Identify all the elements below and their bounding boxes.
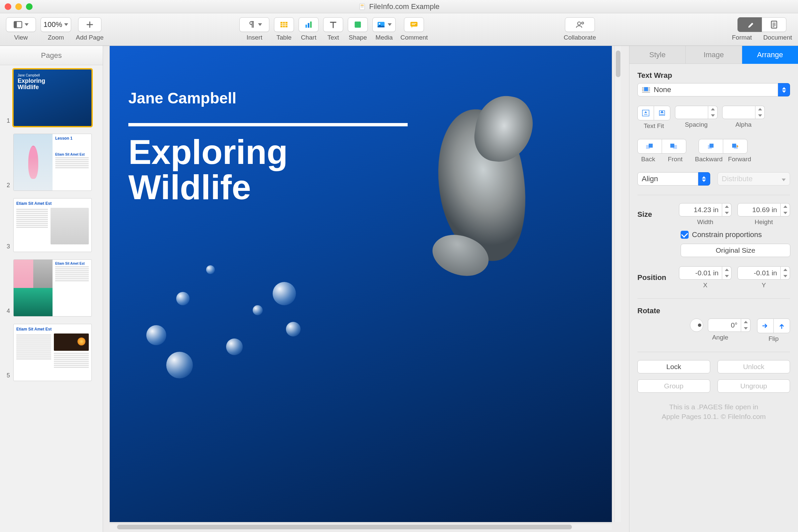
vertical-scrollbar[interactable] [614, 46, 621, 522]
rotate-dial[interactable] [690, 319, 703, 332]
inspector-tabs: Style Image Arrange [629, 46, 798, 64]
text-button[interactable] [323, 17, 343, 32]
lock-button[interactable]: Lock [638, 360, 710, 374]
thumb-4-hd: Etiam Sit Amet Est [55, 262, 89, 265]
svg-rect-13 [411, 22, 418, 26]
stepper-caps-icon[interactable] [778, 83, 790, 96]
text-fit-grow[interactable] [654, 106, 670, 120]
flip-vertical-button[interactable] [773, 319, 790, 333]
bring-front-button[interactable] [662, 139, 686, 154]
table-button[interactable] [274, 17, 294, 32]
align-dropdown[interactable]: Align [638, 172, 710, 186]
page-thumb-5[interactable]: Etiam Sit Amet Est [13, 324, 92, 381]
text-icon [328, 20, 338, 29]
text-wrap-select[interactable]: None [638, 83, 790, 96]
x-stepper[interactable]: -0.01 in [679, 266, 732, 280]
flip-label: Flip [768, 335, 779, 342]
pages-sidebar: Pages 1 Jane Campbell ExploringWildlife … [0, 46, 103, 532]
shape-button[interactable] [348, 17, 368, 32]
horizontal-scrollbar[interactable] [110, 524, 612, 530]
text-fit-shrink[interactable] [638, 106, 654, 120]
constrain-proportions-checkbox[interactable]: Constrain proportions [681, 230, 790, 239]
document-icon [358, 3, 366, 10]
tab-style[interactable]: Style [629, 46, 686, 64]
collaborate-button[interactable] [565, 17, 595, 32]
x-value[interactable]: -0.01 in [679, 266, 722, 280]
v-scroll-thumb[interactable] [616, 51, 621, 77]
height-stepper[interactable]: 10.69 in [738, 203, 790, 216]
y-value[interactable]: -0.01 in [738, 266, 781, 280]
close-window-button[interactable] [5, 3, 11, 10]
add-page-button[interactable] [78, 17, 101, 32]
page-thumb-1[interactable]: Jane Campbell ExploringWildlife [13, 69, 92, 126]
angle-label: Angle [712, 334, 728, 341]
stepper-caps-icon[interactable] [698, 172, 710, 186]
y-stepper[interactable]: -0.01 in [738, 266, 790, 280]
media-button[interactable] [373, 17, 396, 32]
svg-rect-16 [772, 21, 777, 28]
svg-point-12 [379, 23, 380, 25]
wrap-none-icon [642, 87, 650, 93]
document-button[interactable] [762, 17, 786, 32]
add-page-label: Add Page [76, 34, 103, 41]
zoom-dropdown[interactable]: 100% [41, 17, 71, 32]
svg-rect-5 [14, 22, 17, 28]
constrain-label: Constrain proportions [692, 230, 762, 239]
spacing-stepper[interactable] [675, 106, 718, 119]
alpha-stepper[interactable] [722, 106, 765, 119]
pilcrow-icon [247, 20, 256, 29]
thumb-2-hd: Lesson 1 [55, 136, 89, 141]
page-thumb-2[interactable]: Lesson 1 Etiam Sit Amet Est [13, 134, 92, 191]
thumb-number: 5 [3, 372, 10, 379]
svg-rect-10 [355, 22, 361, 28]
position-label: Position [638, 273, 672, 282]
alpha-label: Alpha [736, 121, 752, 128]
inspector-panel: Style Image Arrange Text Wrap None [629, 46, 798, 532]
tab-image[interactable]: Image [686, 46, 742, 64]
format-label: Format [732, 34, 752, 41]
svg-rect-1 [361, 5, 364, 5]
width-value[interactable]: 14.23 in [679, 203, 722, 216]
align-value: Align [642, 174, 658, 183]
original-size-button[interactable]: Original Size [681, 244, 790, 257]
send-backward-button[interactable] [699, 139, 723, 154]
text-fit-label: Text Fit [644, 122, 664, 130]
page-thumb-4[interactable]: Etiam Sit Amet Est [13, 259, 92, 317]
page-thumbnails[interactable]: 1 Jane Campbell ExploringWildlife 2 Less… [0, 65, 103, 532]
angle-stepper[interactable]: 0° [708, 319, 750, 332]
forward-label: Forward [728, 156, 751, 163]
cover-image-seal [412, 96, 552, 355]
minimize-window-button[interactable] [15, 3, 22, 10]
angle-value[interactable]: 0° [708, 319, 741, 332]
svg-rect-3 [361, 7, 364, 7]
view-button[interactable] [6, 17, 36, 32]
width-stepper[interactable]: 14.23 in [679, 203, 732, 216]
size-label: Size [638, 210, 672, 219]
cover-title: ExploringWildlife [128, 134, 288, 205]
divider [638, 195, 790, 195]
svg-rect-7 [306, 25, 307, 27]
chart-button[interactable] [299, 17, 319, 32]
height-value[interactable]: 10.69 in [738, 203, 781, 216]
format-button[interactable] [738, 17, 762, 32]
sidebar-heading: Pages [0, 46, 103, 65]
bring-forward-button[interactable] [723, 139, 747, 154]
y-label: Y [762, 282, 766, 289]
comment-label: Comment [400, 34, 428, 41]
svg-rect-2 [361, 6, 364, 6]
page-canvas[interactable]: Jane Campbell ExploringWildlife [110, 46, 612, 522]
send-back-button[interactable] [638, 139, 662, 154]
h-scroll-thumb[interactable] [117, 525, 572, 529]
insert-label: Insert [246, 34, 262, 41]
page-thumb-3[interactable]: Etiam Sit Amet Est [13, 198, 92, 252]
window-title: FileInfo.com Example [358, 2, 440, 11]
arrow-up-icon [778, 322, 786, 330]
insert-button[interactable] [240, 17, 269, 32]
zoom-window-button[interactable] [26, 3, 33, 10]
comment-button[interactable] [404, 17, 424, 32]
tab-arrange[interactable]: Arrange [742, 46, 798, 64]
flip-horizontal-button[interactable] [757, 319, 774, 333]
svg-point-14 [577, 22, 581, 25]
chart-label: Chart [301, 34, 316, 41]
text-wrap-label: Text Wrap [638, 71, 790, 80]
